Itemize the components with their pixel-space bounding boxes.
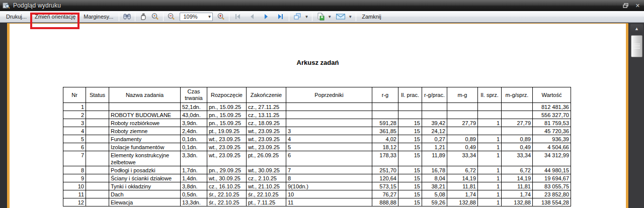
table-cell: 27,79: [447, 119, 478, 127]
table-cell: wt., 23.09.25: [247, 143, 286, 151]
table-cell: Ściany i ścianki działowe: [109, 174, 181, 182]
table-cell: 33,34: [447, 151, 478, 166]
email-icon[interactable]: [334, 12, 348, 21]
first-page-icon[interactable]: [231, 13, 245, 21]
table-cell: 5: [63, 135, 86, 143]
column-header: Nazwa zadania: [109, 87, 181, 103]
table-cell: [286, 103, 372, 111]
table-cell: 1: [63, 103, 86, 111]
vertical-scrollbar[interactable]: ▲: [628, 23, 644, 208]
table-cell: wt., 23.09.25: [247, 127, 286, 135]
table-cell: 15: [398, 166, 422, 174]
column-header: Czas trwania: [181, 87, 207, 103]
next-page-icon[interactable]: [259, 13, 273, 21]
zoom-in-icon[interactable]: [215, 12, 227, 22]
table-cell: 34 312,99: [533, 151, 571, 166]
table-cell: 1: [478, 198, 502, 206]
table-cell: 76,27: [372, 190, 398, 198]
table-cell: [372, 103, 398, 111]
chevron-down-icon[interactable]: ▼: [348, 15, 354, 19]
chevron-down-icon[interactable]: ▼: [327, 15, 334, 19]
table-cell: 132,88: [502, 198, 533, 206]
table-cell: 361,85: [372, 127, 398, 135]
table-row: 2ROBOTY BUDOWLANE43,0dn.pn., 15.09.25cz.…: [63, 111, 571, 119]
print-preview-window: Podgląd wydruku ✕ Drukuj... Zmień orient…: [0, 0, 644, 208]
table-cell: 0,89: [502, 135, 533, 143]
table-cell: wt., 23.09.25: [207, 143, 247, 151]
table-cell: 15: [398, 119, 422, 127]
table-cell: [86, 174, 109, 182]
table-cell: 2: [63, 111, 86, 119]
multipage-view-icon[interactable]: [291, 12, 304, 22]
preview-area[interactable]: Arkusz zadań NrStatusNazwa zadaniaCzas t…: [0, 23, 644, 208]
column-header: Status: [86, 87, 109, 103]
print-button[interactable]: Drukuj...: [2, 12, 31, 21]
table-cell: 0,5dn.: [181, 190, 207, 198]
table-cell: [286, 111, 372, 119]
table-cell: 52,1dn.: [181, 103, 207, 111]
table-cell: 1,4dn.: [181, 174, 207, 182]
table-cell: 4,02: [372, 135, 398, 143]
export-document-icon[interactable]: [314, 12, 327, 22]
table-cell: 9: [63, 174, 86, 182]
table-cell: 15: [398, 135, 422, 143]
window-title: Podgląd wydruku: [13, 2, 61, 9]
table-cell: 15: [398, 190, 422, 198]
table-cell: wt., 21.10.25: [247, 182, 286, 190]
table-cell: 38,21: [422, 182, 447, 190]
column-header: Il. prac.: [398, 87, 422, 103]
table-cell: 1: [478, 143, 502, 151]
close-window-icon[interactable]: ✕: [635, 3, 640, 9]
close-preview-button[interactable]: Zamknij: [358, 12, 385, 21]
margins-button[interactable]: Marginesy...: [79, 12, 117, 21]
table-cell: [86, 190, 109, 198]
table-cell: pt., 26.09.25: [247, 151, 286, 166]
scrollbar-grip: [633, 43, 640, 50]
table-cell: [86, 111, 109, 119]
zoom-out-icon[interactable]: [165, 12, 178, 22]
table-cell: Podłogi i posadzki: [109, 166, 181, 174]
table-cell: [502, 103, 533, 111]
last-page-icon[interactable]: [273, 13, 287, 21]
table-cell: Fundamenty: [109, 135, 181, 143]
prev-page-icon[interactable]: [245, 13, 259, 21]
table-cell: 27,79: [502, 119, 533, 127]
table-cell: pt., 7.11.25: [247, 198, 286, 206]
table-cell: 6: [63, 143, 86, 151]
table-row: 152,1dn.pn., 15.09.25cz., 27.11.25812 48…: [63, 103, 571, 111]
table-cell: 8: [286, 174, 372, 182]
table-cell: ROBOTY BUDOWLANE: [109, 111, 181, 119]
table-row: 7Elementy konstrukcyjne żelbetowe3,3dn.w…: [63, 151, 571, 166]
table-cell: 14,19: [447, 174, 478, 182]
table-cell: [109, 103, 181, 111]
table-cell: [86, 143, 109, 151]
table-cell: [422, 111, 447, 119]
table-cell: wt., 23.09.25: [207, 135, 247, 143]
restore-window-icon[interactable]: [623, 3, 628, 8]
table-cell: 936,39: [533, 135, 571, 143]
table-cell: 4: [63, 127, 86, 135]
table-cell: 16,78: [422, 166, 447, 174]
find-icon[interactable]: [121, 12, 133, 22]
table-cell: Izolacje fundamentów: [109, 143, 181, 151]
table-cell: 14,19: [502, 174, 533, 182]
table-cell: [86, 198, 109, 206]
table-cell: 8,04: [422, 174, 447, 182]
zoom-dynamic-icon[interactable]: [149, 12, 162, 22]
hand-pan-icon[interactable]: [137, 12, 149, 22]
scrollbar-thumb[interactable]: [631, 35, 642, 57]
change-orientation-button[interactable]: Zmień orientację: [31, 12, 79, 21]
table-cell: [478, 103, 502, 111]
table-cell: cz., 2.10.25: [247, 174, 286, 182]
table-row: 10Tynki i okładziny3,8dn.cz., 16.10.25wt…: [63, 182, 571, 190]
table-cell: 9(10dn.): [286, 182, 372, 190]
table-cell: [86, 135, 109, 143]
table-cell: 1,21: [422, 143, 447, 151]
table-row: 8Podłogi i posadzki1,7dn.pn., 29.09.25wt…: [63, 166, 571, 174]
chevron-down-icon[interactable]: ▼: [304, 15, 310, 19]
table-cell: Roboty rozbiórkowe: [109, 119, 181, 127]
toolbar: Drukuj... Zmień orientację Marginesy...: [0, 11, 644, 23]
zoom-level-combobox[interactable]: 109% ▼: [180, 13, 213, 21]
scroll-up-icon[interactable]: ▲: [630, 24, 643, 33]
table-cell: Tynki i okładziny: [109, 182, 181, 190]
